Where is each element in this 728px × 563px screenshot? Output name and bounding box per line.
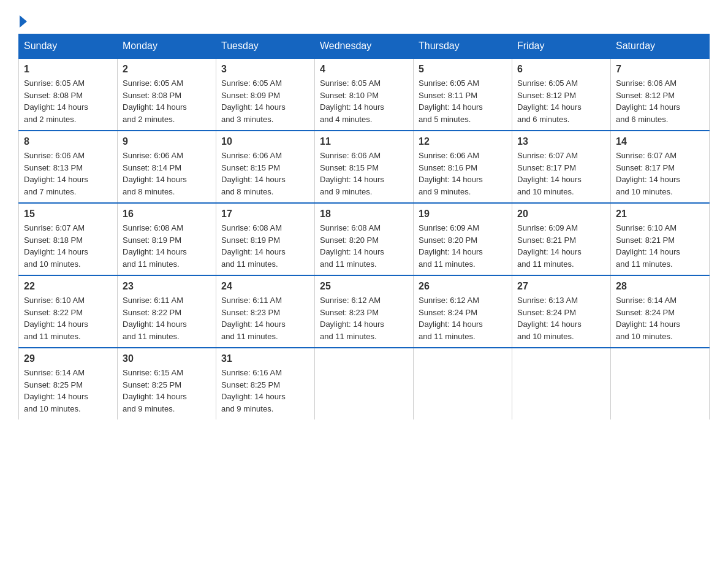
sunrise-label: Sunrise: 6:13 AM <box>517 296 578 305</box>
sunset-label: Sunset: 8:22 PM <box>24 308 83 317</box>
daylight-minutes: and 11 minutes. <box>419 332 476 341</box>
calendar-cell <box>315 348 414 419</box>
sunrise-label: Sunrise: 6:07 AM <box>616 151 677 160</box>
day-header-wednesday: Wednesday <box>315 34 414 59</box>
sunrise-label: Sunrise: 6:05 AM <box>221 79 282 88</box>
day-header-sunday: Sunday <box>19 34 118 59</box>
sunrise-label: Sunrise: 6:11 AM <box>221 296 282 305</box>
daylight-minutes: and 4 minutes. <box>320 115 372 124</box>
daylight-minutes: and 10 minutes. <box>616 332 673 341</box>
daylight-label: Daylight: 14 hours <box>419 320 483 329</box>
calendar-cell: 11 Sunrise: 6:06 AM Sunset: 8:15 PM Dayl… <box>315 131 414 203</box>
calendar-cell: 21 Sunrise: 6:10 AM Sunset: 8:21 PM Dayl… <box>611 203 710 275</box>
sunset-label: Sunset: 8:25 PM <box>123 380 181 389</box>
daylight-minutes: and 11 minutes. <box>616 259 673 269</box>
sunset-label: Sunset: 8:08 PM <box>123 91 181 100</box>
day-info: Sunrise: 6:10 AM Sunset: 8:21 PM Dayligh… <box>616 222 704 270</box>
daylight-minutes: and 11 minutes. <box>419 259 476 269</box>
sunrise-label: Sunrise: 6:08 AM <box>221 223 282 232</box>
day-number: 6 <box>517 64 605 75</box>
sunrise-label: Sunrise: 6:12 AM <box>320 296 381 305</box>
calendar-cell: 28 Sunrise: 6:14 AM Sunset: 8:24 PM Dayl… <box>611 275 710 348</box>
daylight-minutes: and 3 minutes. <box>221 115 273 124</box>
sunrise-label: Sunrise: 6:06 AM <box>616 79 677 88</box>
daylight-minutes: and 11 minutes. <box>320 332 377 341</box>
daylight-minutes: and 9 minutes. <box>419 187 471 196</box>
day-info: Sunrise: 6:07 AM Sunset: 8:17 PM Dayligh… <box>517 150 605 197</box>
day-number: 16 <box>123 209 211 220</box>
day-info: Sunrise: 6:08 AM Sunset: 8:20 PM Dayligh… <box>320 222 408 270</box>
day-number: 2 <box>123 64 211 75</box>
daylight-label: Daylight: 14 hours <box>320 102 384 112</box>
day-info: Sunrise: 6:15 AM Sunset: 8:25 PM Dayligh… <box>123 367 211 415</box>
daylight-minutes: and 7 minutes. <box>24 187 76 196</box>
sunrise-label: Sunrise: 6:07 AM <box>517 151 578 160</box>
sunset-label: Sunset: 8:21 PM <box>616 236 675 245</box>
sunset-label: Sunset: 8:24 PM <box>419 308 477 317</box>
daylight-label: Daylight: 14 hours <box>221 102 286 112</box>
calendar-cell: 9 Sunrise: 6:06 AM Sunset: 8:14 PM Dayli… <box>118 131 216 203</box>
daylight-minutes: and 9 minutes. <box>123 404 175 413</box>
day-info: Sunrise: 6:07 AM Sunset: 8:18 PM Dayligh… <box>24 222 112 270</box>
page-header <box>18 12 710 28</box>
day-header-thursday: Thursday <box>414 34 512 59</box>
sunrise-label: Sunrise: 6:08 AM <box>123 223 183 232</box>
daylight-label: Daylight: 14 hours <box>517 102 582 112</box>
calendar-cell <box>414 348 512 419</box>
sunrise-label: Sunrise: 6:05 AM <box>517 79 578 88</box>
day-header-tuesday: Tuesday <box>216 34 315 59</box>
sunset-label: Sunset: 8:08 PM <box>24 91 83 100</box>
daylight-label: Daylight: 14 hours <box>24 102 88 112</box>
daylight-label: Daylight: 14 hours <box>616 247 680 256</box>
daylight-minutes: and 10 minutes. <box>517 332 574 341</box>
daylight-minutes: and 10 minutes. <box>24 259 81 269</box>
day-info: Sunrise: 6:06 AM Sunset: 8:15 PM Dayligh… <box>221 150 309 197</box>
daylight-minutes: and 11 minutes. <box>221 259 278 269</box>
calendar-cell: 1 Sunrise: 6:05 AM Sunset: 8:08 PM Dayli… <box>19 58 118 131</box>
week-row-1: 1 Sunrise: 6:05 AM Sunset: 8:08 PM Dayli… <box>19 58 710 131</box>
day-info: Sunrise: 6:09 AM Sunset: 8:21 PM Dayligh… <box>517 222 605 270</box>
day-info: Sunrise: 6:11 AM Sunset: 8:22 PM Dayligh… <box>123 294 211 342</box>
sunset-label: Sunset: 8:15 PM <box>320 163 379 172</box>
calendar-cell: 25 Sunrise: 6:12 AM Sunset: 8:23 PM Dayl… <box>315 275 414 348</box>
sunrise-label: Sunrise: 6:05 AM <box>123 79 183 88</box>
daylight-minutes: and 2 minutes. <box>24 115 76 124</box>
sunset-label: Sunset: 8:20 PM <box>419 236 477 245</box>
daylight-label: Daylight: 14 hours <box>221 392 286 401</box>
daylight-minutes: and 9 minutes. <box>221 404 273 413</box>
calendar-cell: 22 Sunrise: 6:10 AM Sunset: 8:22 PM Dayl… <box>19 275 118 348</box>
daylight-label: Daylight: 14 hours <box>517 175 582 184</box>
week-row-4: 22 Sunrise: 6:10 AM Sunset: 8:22 PM Dayl… <box>19 275 710 348</box>
day-number: 10 <box>221 136 309 147</box>
sunset-label: Sunset: 8:25 PM <box>221 380 280 389</box>
day-info: Sunrise: 6:05 AM Sunset: 8:12 PM Dayligh… <box>517 77 605 125</box>
day-info: Sunrise: 6:08 AM Sunset: 8:19 PM Dayligh… <box>221 222 309 270</box>
daylight-label: Daylight: 14 hours <box>123 102 187 112</box>
daylight-minutes: and 6 minutes. <box>517 115 569 124</box>
calendar-cell: 19 Sunrise: 6:09 AM Sunset: 8:20 PM Dayl… <box>414 203 512 275</box>
day-number: 12 <box>419 136 507 147</box>
sunset-label: Sunset: 8:23 PM <box>320 308 379 317</box>
sunset-label: Sunset: 8:25 PM <box>24 380 83 389</box>
day-number: 28 <box>616 281 704 292</box>
day-info: Sunrise: 6:06 AM Sunset: 8:13 PM Dayligh… <box>24 150 112 197</box>
daylight-minutes: and 8 minutes. <box>123 187 175 196</box>
calendar-cell: 15 Sunrise: 6:07 AM Sunset: 8:18 PM Dayl… <box>19 203 118 275</box>
day-number: 24 <box>221 281 309 292</box>
day-info: Sunrise: 6:05 AM Sunset: 8:08 PM Dayligh… <box>24 77 112 125</box>
day-number: 3 <box>221 64 309 75</box>
day-header-friday: Friday <box>512 34 611 59</box>
calendar-cell: 4 Sunrise: 6:05 AM Sunset: 8:10 PM Dayli… <box>315 58 414 131</box>
sunset-label: Sunset: 8:21 PM <box>517 236 576 245</box>
sunset-label: Sunset: 8:24 PM <box>517 308 576 317</box>
sunrise-label: Sunrise: 6:10 AM <box>616 223 677 232</box>
daylight-label: Daylight: 14 hours <box>123 392 187 401</box>
calendar-cell: 12 Sunrise: 6:06 AM Sunset: 8:16 PM Dayl… <box>414 131 512 203</box>
sunrise-label: Sunrise: 6:14 AM <box>24 368 85 377</box>
sunrise-label: Sunrise: 6:05 AM <box>419 79 479 88</box>
daylight-label: Daylight: 14 hours <box>616 175 680 184</box>
day-number: 29 <box>24 353 112 364</box>
calendar-cell: 16 Sunrise: 6:08 AM Sunset: 8:19 PM Dayl… <box>118 203 216 275</box>
sunrise-label: Sunrise: 6:12 AM <box>419 296 479 305</box>
sunset-label: Sunset: 8:09 PM <box>221 91 280 100</box>
